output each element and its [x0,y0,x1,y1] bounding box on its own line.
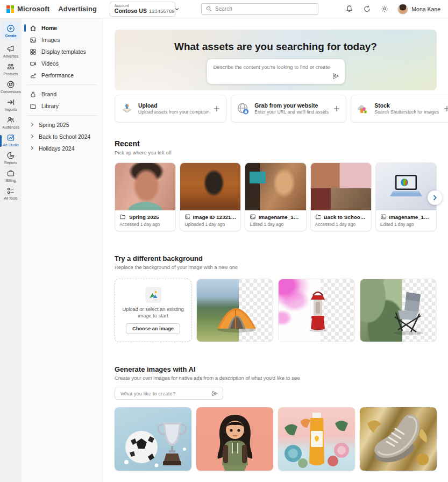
stock-cloud-icon [356,102,370,116]
nav-item-brand[interactable]: Brand [22,88,103,100]
audiences-people-icon [6,116,15,124]
rail-item-ad-studio[interactable]: Ad Studio [0,131,22,148]
account-id: 123456789 [149,9,175,14]
nav-item-display-templates[interactable]: Display templates [22,46,103,58]
nav-item-library[interactable]: Library [22,100,103,112]
ad-studio-icon [6,133,15,142]
chevron-down-icon [174,6,180,12]
recent-card-spring-2025[interactable]: Spring 2025 Accessed 1 day ago [115,162,176,231]
rail-item-create[interactable]: Create [2,22,20,40]
sync-history-icon[interactable] [362,4,372,14]
carousel-next-button[interactable] [428,190,442,205]
generate-prompt-box [115,387,223,400]
top-bar: Microsoft Advertising Account Contoso US… [0,0,448,18]
generate-subtitle: Create your own images for native ads fr… [115,375,437,381]
laptop-graphic [387,173,425,201]
thumbnail [115,163,175,210]
brand-product: Advertising [58,5,97,13]
background-sample-lantern[interactable] [278,279,355,342]
send-icon[interactable] [332,72,340,80]
add-plus-icon[interactable] [213,105,221,112]
choose-image-button[interactable]: Choose an image [126,323,180,334]
rail-item-reports[interactable]: Reports [0,149,22,166]
upload-instruction: Upload or select an existing image to st… [121,306,186,319]
juice-graphic [281,412,352,470]
user-menu[interactable]: Mona Kane [397,4,440,15]
soccer-trophy-graphic [119,417,189,469]
side-nav: Home Images Display templates Videos Per… [22,18,103,482]
generated-image-girl-backpack[interactable] [196,407,273,471]
account-selector[interactable]: Account Contoso US 123456789 [110,2,175,17]
generated-image-soccer-trophy[interactable] [115,407,191,471]
chevron-right-icon [30,123,34,127]
add-plus-icon[interactable] [333,105,340,112]
stock-card[interactable]: Stock Search Shutterstock for images [351,95,448,123]
asset-search-box [207,59,345,84]
global-search[interactable] [201,3,318,15]
image-icon [380,214,386,220]
avatar [397,4,408,15]
active-indicator [0,135,2,147]
generate-title: Generate images with AI [115,365,437,373]
send-icon[interactable] [211,390,218,397]
video-camera-icon [30,60,37,67]
recent-subtitle: Pick up where you left off [115,150,437,155]
nav-item-performance[interactable]: Performance [22,69,103,81]
background-sample-tent[interactable] [196,279,273,342]
search-input[interactable] [215,6,314,12]
folder-icon [315,214,321,220]
background-upload-tile[interactable]: Upload or select an existing image to st… [115,279,191,342]
home-icon [30,25,37,32]
megaphone-icon [6,45,15,53]
hero-title: What assets are you searching for today? [115,30,437,53]
reports-chart-icon [6,151,15,160]
nav-item-home[interactable]: Home [22,22,103,34]
products-icon [6,62,15,71]
asset-sources: Upload Upload assets from your computer … [115,95,437,123]
rail-item-conversions[interactable]: Conversions [0,78,22,95]
background-subtitle: Replace the background of your image wit… [115,264,437,270]
image-icon [250,214,255,220]
recent-title: Recent [115,139,437,148]
nav-item-spring-2025[interactable]: Spring 2025 [22,119,103,131]
generated-image-juice-bottle[interactable] [278,407,355,471]
rail-item-imports[interactable]: Imports [0,96,22,113]
nav-item-holidays-2024[interactable]: Holidays 2024 [22,143,103,154]
upload-card[interactable]: Upload Upload assets from your computer [115,95,226,123]
rail-item-products[interactable]: Products [0,60,22,77]
rail-item-billing[interactable]: Billing [0,167,22,184]
performance-chart-icon [30,72,37,79]
create-plus-icon [6,24,15,33]
recent-card-image-id[interactable]: Image ID 12321223214 Uploaded 1 day ago [180,162,241,231]
folder-icon [119,214,126,220]
main-content: What assets are you searching for today?… [103,18,448,482]
asset-search-input[interactable] [207,59,345,84]
microsoft-logo[interactable] [6,5,14,13]
nav-item-videos[interactable]: Videos [22,58,103,69]
recent-card-imagename-1[interactable]: Imagename_192356 Edited 1 day ago [245,162,306,231]
generate-prompt-input[interactable] [115,391,211,396]
thumbnail [245,163,305,210]
nav-item-back-to-school-2024[interactable]: Back to School 2024 [22,131,103,143]
notifications-bell-icon[interactable] [344,4,354,14]
rail-item-audiences[interactable]: Audiences [0,114,22,131]
hero-banner: What assets are you searching for today? [115,30,437,90]
icon-rail: Create Advertise Products Conversions Im… [0,18,22,482]
grab-from-website-card[interactable]: Grab from your website Enter your URL an… [231,95,346,123]
settings-gear-icon[interactable] [380,4,389,14]
generated-image-sneaker[interactable] [360,407,437,471]
nav-item-images[interactable]: Images [22,34,103,46]
picture-icon [145,287,161,303]
brand-icon [30,91,37,98]
billing-wallet-icon [6,169,15,178]
target-icon [6,80,15,89]
add-plus-icon[interactable] [443,105,448,112]
rail-item-advertise[interactable]: Advertise [0,42,22,60]
chevron-right-icon [30,146,34,151]
all-tools-icon [6,187,15,195]
import-arrow-icon [6,98,15,107]
recent-card-back-to-school[interactable]: Back to School 2024 Accessed 1 day ago [310,162,372,231]
rail-item-all-tools[interactable]: All Tools [0,185,22,202]
upload-icon [120,102,134,116]
background-sample-chair[interactable] [360,279,437,342]
